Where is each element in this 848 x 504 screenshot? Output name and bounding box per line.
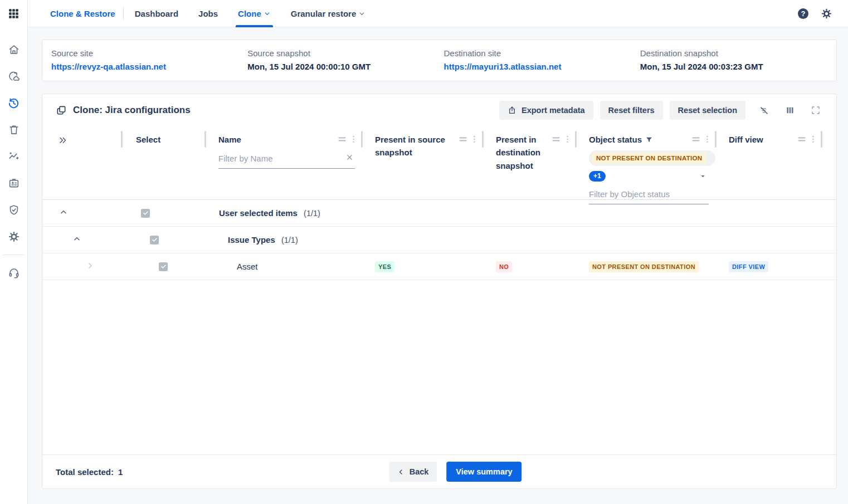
column-menu-icon[interactable] — [552, 135, 561, 143]
column-menu-icon[interactable] — [797, 135, 807, 143]
copy-icon — [56, 105, 67, 116]
status-filter-dropdown-icon[interactable] — [699, 173, 706, 180]
fullscreen-icon[interactable] — [808, 103, 823, 118]
destination-site-label: Destination site — [444, 48, 640, 58]
table-row: Asset YES NO NOT PRESENT ON DESTINATION … — [42, 253, 836, 280]
nav-jobs[interactable]: Jobs — [197, 0, 219, 27]
clear-filters-icon[interactable] — [757, 103, 772, 118]
nav-granular-restore-label: Granular restore — [291, 9, 357, 18]
view-summary-button[interactable]: View summary — [446, 462, 522, 482]
settings-gear-icon[interactable] — [0, 223, 27, 250]
expand-caret-icon[interactable] — [86, 261, 95, 270]
app-switcher-icon[interactable] — [8, 8, 20, 19]
shield-check-icon[interactable] — [0, 197, 27, 223]
sidebar-divider — [3, 255, 25, 255]
app-title-link[interactable]: Clone & Restore — [50, 9, 115, 18]
nav-dashboard[interactable]: Dashboard — [134, 0, 179, 27]
chevron-down-icon — [264, 10, 271, 17]
home-icon[interactable] — [0, 36, 27, 63]
nav-clone[interactable]: Clone — [237, 0, 272, 27]
nav-granular-restore[interactable]: Granular restore — [290, 0, 367, 27]
destination-snapshot-label: Destination snapshot — [640, 48, 836, 58]
back-button[interactable]: Back — [389, 462, 437, 482]
present-source-header-label: Present in source snapshot — [375, 133, 459, 159]
drag-handle-icon[interactable] — [566, 135, 569, 144]
export-icon — [508, 106, 516, 115]
destination-snapshot-block: Destination snapshot Mon, 15 Jul 2024 00… — [640, 48, 836, 71]
collapse-caret-icon[interactable] — [59, 208, 68, 217]
source-site-label: Source site — [51, 48, 247, 58]
status-filter-more-badge[interactable]: +1 — [589, 171, 606, 182]
reset-filters-label: Reset filters — [608, 106, 655, 115]
source-snapshot-value: Mon, 15 Jul 2024 00:00:10 GMT — [247, 62, 444, 71]
diff-view-link[interactable]: DIFF VIEW — [729, 261, 768, 272]
total-selected-label: Total selected: — [56, 467, 114, 477]
column-expand — [42, 126, 121, 204]
clear-name-filter-icon[interactable] — [345, 153, 354, 162]
group-row-count: (1/1) — [281, 236, 298, 244]
table-empty-area — [42, 280, 836, 454]
column-menu-icon[interactable] — [459, 135, 468, 143]
column-object-status: Object status NOT PRESENT ON DESTINATION… — [576, 126, 715, 204]
object-status-filter-input[interactable] — [589, 188, 709, 204]
export-metadata-button[interactable]: Export metadata — [499, 101, 593, 120]
clone-configurations-panel: Clone: Jira configurations Export metada… — [42, 94, 837, 489]
reset-selection-button[interactable]: Reset selection — [670, 101, 745, 120]
columns-icon[interactable] — [783, 103, 797, 118]
nav-clone-label: Clone — [238, 9, 261, 18]
support-headset-icon[interactable] — [0, 260, 27, 286]
column-separator — [821, 131, 822, 148]
drag-handle-icon[interactable] — [706, 135, 709, 144]
present-destination-header-label: Present in destination snapshot — [496, 133, 547, 172]
trash-icon[interactable] — [0, 116, 27, 143]
gear-icon[interactable] — [821, 8, 832, 19]
nav-dashboard-label: Dashboard — [135, 9, 178, 18]
table-header-row: Select Name — [42, 126, 836, 200]
source-site-link[interactable]: https://revyz-qa.atlassian.net — [51, 62, 247, 71]
drag-handle-icon[interactable] — [473, 135, 476, 144]
source-snapshot-label: Source snapshot — [247, 48, 444, 58]
status-filter-tag[interactable]: NOT PRESENT ON DESTINATION — [589, 150, 715, 166]
column-menu-icon[interactable] — [338, 135, 347, 143]
object-status-badge: NOT PRESENT ON DESTINATION — [589, 261, 699, 272]
group-row-label: Issue Types — [228, 235, 275, 244]
name-filter-input[interactable] — [218, 152, 355, 168]
top-navigation: Clone & Restore Dashboard Jobs Clone Gra… — [28, 0, 848, 27]
column-filler — [821, 126, 836, 204]
row-checkbox[interactable] — [159, 262, 168, 271]
column-present-destination: Present in destination snapshot — [483, 126, 576, 204]
row-checkbox[interactable] — [150, 236, 159, 244]
history-restore-icon[interactable] — [0, 90, 27, 116]
expand-all-icon[interactable] — [58, 135, 115, 145]
column-name: Name — [205, 126, 362, 204]
trend-insights-icon[interactable] — [0, 143, 27, 170]
chevron-left-icon — [397, 468, 404, 476]
row-checkbox[interactable] — [141, 209, 150, 218]
source-snapshot-block: Source snapshot Mon, 15 Jul 2024 00:00:1… — [247, 48, 444, 71]
destination-site-block: Destination site https://mayuri13.atlass… — [444, 48, 640, 71]
drag-handle-icon[interactable] — [812, 135, 815, 144]
destination-snapshot-value: Mon, 15 Jul 2024 00:03:23 GMT — [640, 62, 836, 71]
help-icon[interactable]: ? — [798, 8, 808, 19]
reset-filters-button[interactable]: Reset filters — [600, 101, 663, 120]
snapshot-info-panel: Source site https://revyz-qa.atlassian.n… — [42, 40, 837, 81]
nav-jobs-label: Jobs — [198, 9, 218, 18]
total-selected-value: 1 — [118, 467, 123, 477]
export-metadata-label: Export metadata — [522, 106, 585, 115]
destination-site-link[interactable]: https://mayuri13.atlassian.net — [444, 62, 640, 71]
drag-handle-icon[interactable] — [352, 135, 355, 144]
column-select: Select — [121, 126, 205, 204]
group-row-label: User selected items — [219, 208, 298, 218]
sidebar — [0, 0, 28, 504]
chevron-down-icon — [358, 10, 365, 17]
cloud-restore-icon[interactable] — [0, 63, 27, 90]
source-site-block: Source site https://revyz-qa.atlassian.n… — [51, 48, 247, 71]
reset-selection-label: Reset selection — [678, 106, 737, 115]
status-filter-tag-label: NOT PRESENT ON DESTINATION — [592, 153, 706, 164]
column-menu-icon[interactable] — [691, 135, 701, 143]
object-status-header-label: Object status — [589, 133, 642, 146]
id-badge-icon[interactable] — [0, 170, 27, 197]
column-present-source: Present in source snapshot — [362, 126, 483, 204]
nav-divider — [123, 7, 124, 20]
collapse-caret-icon[interactable] — [72, 234, 81, 243]
